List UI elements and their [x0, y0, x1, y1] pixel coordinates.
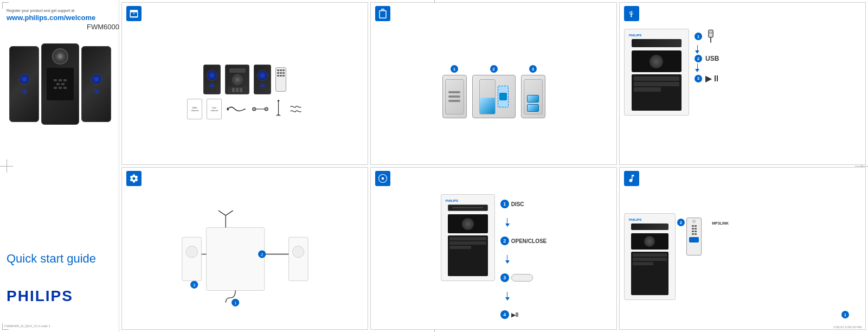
- disc-arrow-head-1: [505, 224, 510, 227]
- remote-btn-8: [695, 233, 697, 235]
- music-icon-svg: [627, 174, 636, 183]
- unit-diagram-inner: PHILIPS: [625, 29, 689, 115]
- panel-icon-battery: [375, 6, 390, 21]
- remote-top-btns: [277, 69, 285, 71]
- remote-row-1: [692, 225, 697, 227]
- left-panel: Register your product and get support at…: [0, 0, 119, 332]
- remote-btn-6: [695, 231, 697, 232]
- remote-btn: [282, 72, 285, 74]
- battery-icon-svg: [378, 9, 387, 18]
- usb-step-1: 1: [695, 33, 702, 40]
- usb-v-step-2: 2 USB: [695, 55, 719, 62]
- mini-btn: [63, 79, 67, 81]
- disc-unit-inner: PHILIPS: [441, 195, 494, 280]
- svg-point-14: [292, 246, 304, 257]
- disc-step-3-indicator: [511, 274, 533, 282]
- spk-icon-left: [203, 65, 221, 94]
- item-left-speaker: [203, 65, 221, 94]
- usb-step-3: 3: [695, 75, 702, 82]
- usb-vertical-steps: 1: [695, 29, 721, 84]
- philips-label-disc: PHILIPS: [446, 199, 458, 202]
- disc-unit-diagram: PHILIPS: [441, 194, 495, 281]
- spk-tweeter-r: [260, 83, 265, 88]
- right-tweeter: [94, 89, 99, 94]
- item-main-unit: [225, 65, 249, 94]
- music-step-1-area: 1: [841, 311, 849, 318]
- panel-setup-content: 3 2 1: [122, 168, 368, 329]
- panel-icon-disc: [375, 171, 390, 186]
- music-step-1: 1: [841, 311, 849, 318]
- panel-icon-gear: [126, 171, 142, 186]
- disc-step-1: 1: [500, 200, 509, 208]
- product-image: [7, 38, 115, 130]
- manual-icon-1: QSGmanual: [187, 99, 202, 119]
- remote-battery-closed: [442, 75, 467, 118]
- audio-cable-icon: [252, 101, 268, 117]
- svg-point-12: [186, 246, 197, 257]
- panel-disc: PHILIPS: [370, 167, 617, 330]
- panel-battery-content: 1 2: [371, 3, 616, 164]
- panel-setup: 3 2 1: [121, 167, 368, 330]
- svg-rect-10: [206, 227, 264, 290]
- mini-btn: [61, 83, 65, 85]
- music-unit-inner: PHILIPS: [625, 214, 675, 299]
- disc-icon-bg: [375, 171, 390, 186]
- battery-icon-bg: [375, 6, 390, 21]
- mini-btn: [56, 83, 60, 85]
- remote-btn-2: [695, 225, 697, 227]
- panel-icon-music: [624, 171, 639, 186]
- website-link[interactable]: www.philips.com/welcome: [7, 14, 112, 22]
- music-layout: PHILIPS: [624, 213, 861, 300]
- box-icon-bg: [126, 6, 142, 21]
- battery-step-1: 1: [442, 65, 467, 118]
- svg-rect-9: [711, 32, 712, 34]
- disc-arrow-3: [505, 292, 510, 301]
- panel-music-content: PHILIPS: [620, 168, 865, 329]
- disc-label-text-1: DISC: [511, 201, 524, 207]
- item-remote: [275, 67, 286, 92]
- gear-icon-bg: [126, 171, 142, 186]
- center-unit: [41, 43, 79, 125]
- mini-btn: [63, 87, 67, 89]
- disc-arrow-line-3: [507, 292, 507, 297]
- usb-unit-diagram: PHILIPS: [624, 29, 689, 116]
- highlighted-button: [689, 237, 699, 242]
- panel-music: PHILIPS: [619, 167, 866, 330]
- panel-usb-content: PHILIPS: [620, 3, 865, 164]
- svg-rect-0: [227, 107, 229, 110]
- control-panel: [47, 68, 74, 100]
- panel-usb: PHILIPS: [619, 2, 866, 165]
- spk-tweeter: [209, 83, 215, 88]
- quick-start-title: Quick start guide: [7, 251, 96, 267]
- usb-plug-icon: [705, 29, 716, 44]
- gear-icon-svg: [129, 174, 139, 183]
- panel-icon-usb: [624, 6, 639, 21]
- remote-btn: [282, 75, 285, 76]
- remote-btn: [277, 72, 279, 74]
- svg-text:1: 1: [234, 301, 236, 305]
- arrow-line-2: [697, 63, 698, 69]
- remote-btn-4: [695, 228, 697, 229]
- panel-box-content: QSGmanual Usermanual: [122, 3, 368, 164]
- arrow-2: [695, 63, 700, 72]
- disc-arrow-1: [505, 218, 510, 227]
- usb-symbol-icon: [627, 9, 636, 18]
- usb-icon-bg: [624, 6, 639, 21]
- arrow-head: [695, 50, 699, 54]
- usb-v-step-1: 1: [695, 29, 716, 44]
- mini-btn: [54, 87, 57, 89]
- philips-label-music: PHILIPS: [629, 218, 641, 221]
- remote-icon: [275, 67, 286, 92]
- usb-layout: PHILIPS: [624, 23, 861, 160]
- remote-btn: [277, 75, 279, 76]
- bottom-date: 1/31/12 3:56:19 PM: [833, 325, 861, 329]
- item-right-speaker: [254, 65, 271, 94]
- remote-btn: [280, 72, 282, 74]
- usb-v-step-3: 3 ▶⏸: [695, 73, 721, 84]
- disc-arrow-2: [505, 255, 510, 264]
- content-area: QSGmanual Usermanual: [119, 0, 868, 332]
- disc-arrow-head-3: [505, 297, 510, 301]
- remote-btn: [280, 75, 282, 76]
- music-step-2: 2: [677, 219, 685, 226]
- spk-woofer-r: [257, 70, 268, 81]
